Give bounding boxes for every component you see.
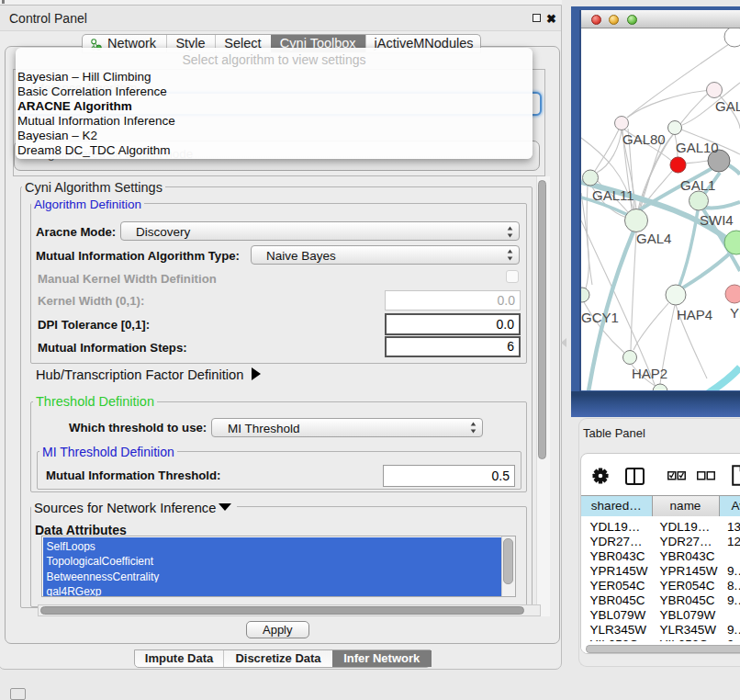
svg-text:SWI4: SWI4: [700, 212, 734, 228]
svg-text:GCY1: GCY1: [581, 310, 619, 325]
svg-text:YI: YI: [730, 305, 740, 321]
svg-text:GAL4: GAL4: [636, 231, 671, 246]
svg-text:HAP4: HAP4: [677, 307, 712, 322]
svg-text:GAL11: GAL11: [592, 187, 634, 203]
svg-text:HAP2: HAP2: [632, 366, 667, 381]
svg-text:GAL1: GAL1: [680, 177, 715, 193]
svg-text:GAL80: GAL80: [622, 131, 666, 147]
svg-text:GAL2: GAL2: [715, 98, 740, 114]
svg-text:GAL10: GAL10: [676, 140, 719, 155]
